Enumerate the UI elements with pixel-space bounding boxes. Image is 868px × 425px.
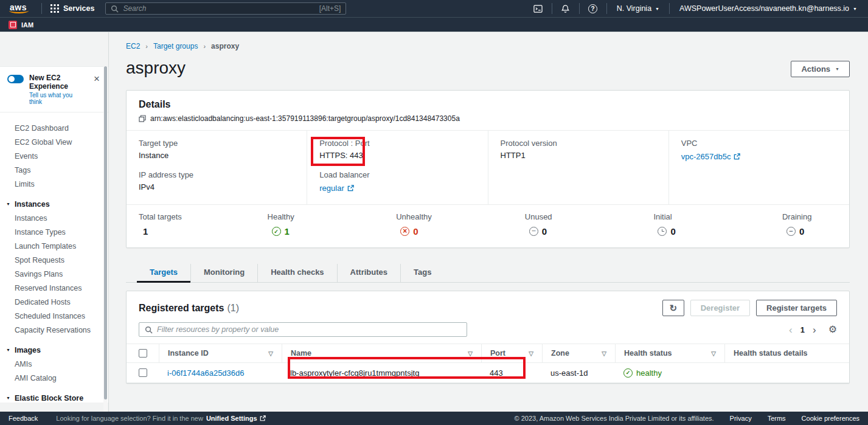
region-label: N. Virginia <box>617 4 651 13</box>
cloudshell-button[interactable] <box>531 1 546 16</box>
previous-page-button[interactable]: ‹ <box>786 325 795 335</box>
feedback-button[interactable]: Feedback <box>9 415 38 422</box>
tab-label: Targets <box>150 268 178 277</box>
sidebar-item[interactable]: ▼ Spot Requests <box>0 253 108 267</box>
sidebar-item[interactable]: ▼ Elastic Block Store <box>0 391 108 403</box>
row-checkbox-cell <box>127 368 159 377</box>
tab[interactable]: Targets <box>137 264 190 282</box>
vpc-link[interactable]: vpc-2657db5c <box>681 152 731 161</box>
unified-settings-link[interactable]: Unified Settings <box>206 415 266 422</box>
footer-link[interactable]: Privacy <box>730 415 752 422</box>
target-type-value: Instance <box>139 151 294 160</box>
sort-icon[interactable]: ▽ <box>268 350 273 357</box>
sidebar-item[interactable]: ▼ Dedicated Hosts <box>0 295 108 309</box>
sidebar-item[interactable]: ▼ Scheduled Instances <box>0 309 108 323</box>
column-header-health-status: Health status <box>624 349 672 358</box>
chevron-right-icon: › <box>145 43 148 50</box>
sidebar-item[interactable]: ▼ Instance Types <box>0 225 108 239</box>
feedback-link[interactable]: Tell us what you think <box>29 92 86 105</box>
sidebar-item[interactable]: ▼ Instances <box>0 197 108 211</box>
instance-id-link[interactable]: i-06f1744a6a25d36d6 <box>167 368 245 378</box>
sort-icon[interactable]: ▽ <box>602 350 606 357</box>
target-group-arn: arn:aws:elasticloadbalancing:us-east-1:3… <box>150 114 460 123</box>
row-checkbox[interactable] <box>139 368 147 377</box>
sidebar-item[interactable]: ▼ Limits <box>0 177 108 191</box>
favorites-bar: IAM <box>0 17 868 32</box>
help-button[interactable]: ? <box>586 1 600 16</box>
topnav-right: ? N. Virginia ▼ AWSPowerUserAccess/navan… <box>531 1 861 16</box>
column-header-name: Name <box>291 349 311 358</box>
copyright-text: © 2023, Amazon Web Services India Privat… <box>515 415 714 422</box>
sidebar-item[interactable]: ▼ Reserved Instances <box>0 281 108 295</box>
aws-logo[interactable]: aws <box>7 2 29 15</box>
details-panel: Details arn:aws:elasticloadbalancing:us-… <box>126 90 850 248</box>
sidebar-item-label: EC2 Dashboard <box>15 124 69 133</box>
next-page-button[interactable]: › <box>810 325 819 335</box>
copy-icon[interactable] <box>139 115 146 122</box>
sort-icon[interactable]: ▽ <box>711 350 716 357</box>
filter-input[interactable]: Filter resources by property or value <box>139 322 467 337</box>
divider <box>552 3 552 14</box>
deregister-button[interactable]: Deregister <box>690 300 750 316</box>
tab[interactable]: Attributes <box>337 264 400 282</box>
tab[interactable]: Monitoring <box>190 264 257 282</box>
caret-down-icon: ▼ <box>6 202 10 206</box>
sidebar-item[interactable]: ▼ EC2 Dashboard <box>0 121 108 135</box>
footer-link[interactable]: Cookie preferences <box>802 415 859 422</box>
field-label: VPC <box>681 139 837 148</box>
sort-icon[interactable]: ▽ <box>529 350 533 357</box>
table-header-row: Instance ID ▽ Name ▽ Port ▽ Zone ▽ <box>127 344 849 363</box>
favorite-iam-link[interactable]: IAM <box>21 21 33 29</box>
load-balancer-link[interactable]: regular <box>319 184 344 193</box>
sidebar-item-label: Savings Plans <box>15 270 63 278</box>
register-targets-button[interactable]: Register targets <box>756 300 837 316</box>
tab[interactable]: Tags <box>400 264 444 282</box>
sidebar-item[interactable]: ▼ Savings Plans <box>0 267 108 281</box>
breadcrumb: EC2 › Target groups › asproxy <box>126 42 850 50</box>
sidebar-item-label: Images <box>15 346 41 354</box>
actions-button[interactable]: Actions ▼ <box>791 61 850 77</box>
sidebar-item[interactable]: ▼ Tags <box>0 163 108 177</box>
region-selector[interactable]: N. Virginia ▼ <box>613 4 663 13</box>
sidebar-item-label: Instances <box>15 214 47 223</box>
breadcrumb-target-groups[interactable]: Target groups <box>153 42 198 50</box>
sidebar-item-label: Instances <box>15 200 50 209</box>
select-all-checkbox[interactable] <box>139 349 147 358</box>
footer-link[interactable]: Terms <box>768 415 786 422</box>
sidebar-item[interactable]: ▼ EC2 Global View <box>0 135 108 149</box>
global-search-input[interactable]: Search [Alt+S] <box>105 2 346 15</box>
sidebar-scrollbar[interactable] <box>103 66 108 412</box>
external-link-icon <box>260 415 266 421</box>
sidebar-item[interactable]: ▼ Instances <box>0 211 108 225</box>
account-menu[interactable]: AWSPowerUserAccess/navaneeth.kn@harness.… <box>676 4 861 13</box>
divider <box>669 3 670 14</box>
services-menu-button[interactable]: Services <box>48 4 97 13</box>
scrollbar-thumb[interactable] <box>104 66 107 399</box>
caret-down-icon: ▼ <box>655 7 659 11</box>
stat-status-icon <box>786 227 796 236</box>
sidebar-item[interactable]: ▼ Capacity Reservations <box>0 323 108 337</box>
sidebar-item[interactable]: ▼ AMI Catalog <box>0 371 108 385</box>
sidebar-item[interactable]: ▼ Images <box>0 343 108 357</box>
table-settings-gear-icon[interactable]: ⚙ <box>828 325 837 334</box>
sidebar-item[interactable]: ▼ Events <box>0 149 108 163</box>
notifications-button[interactable] <box>558 1 573 16</box>
top-navigation-bar: aws Services Search [Alt+S] ? N. V <box>0 0 868 17</box>
healthy-icon <box>623 368 633 378</box>
tab[interactable]: Health checks <box>257 264 336 282</box>
terminal-icon <box>533 4 543 13</box>
sidebar-item[interactable]: ▼ AMIs <box>0 357 108 371</box>
breadcrumb-ec2[interactable]: EC2 <box>126 42 140 50</box>
external-link-icon <box>347 185 354 192</box>
sort-icon[interactable]: ▽ <box>468 350 473 357</box>
close-icon[interactable]: × <box>91 74 102 85</box>
health-stat: Draining 0 <box>782 212 833 237</box>
current-page-number[interactable]: 1 <box>800 325 805 334</box>
sidebar-item-label: Events <box>15 152 38 161</box>
new-experience-toggle[interactable] <box>7 75 24 83</box>
protocol-port-value: HTTPS: 443 <box>319 151 475 160</box>
footer-links: Privacy Terms Cookie preferences <box>730 415 859 422</box>
tab-label: Tags <box>414 268 431 277</box>
sidebar-item[interactable]: ▼ Launch Templates <box>0 239 108 253</box>
refresh-button[interactable]: ↻ <box>662 300 684 316</box>
